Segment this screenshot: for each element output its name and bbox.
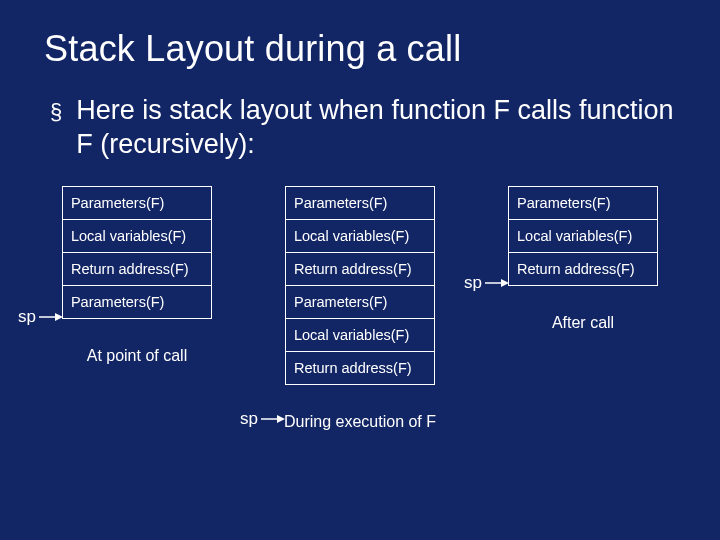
col-caption: At point of call <box>87 347 188 365</box>
svg-marker-3 <box>277 415 285 423</box>
stack-cell: Parameters(F) <box>62 186 212 220</box>
sp-label: sp <box>18 307 36 327</box>
stack-cell: Return address(F) <box>285 352 435 385</box>
stack-cell: Return address(F) <box>62 253 212 286</box>
stack-cell: Local variables(F) <box>62 220 212 253</box>
sp-pointer-2: sp <box>464 273 509 293</box>
stack-cell: Parameters(F) <box>508 186 658 220</box>
stack-cell: Return address(F) <box>285 253 435 286</box>
sp-label: sp <box>240 409 258 429</box>
diagrams-row: sp Parameters(F) Local variables(F) Retu… <box>0 186 720 431</box>
slide: Stack Layout during a call § Here is sta… <box>0 0 720 540</box>
bullet-text: Here is stack layout when function F cal… <box>76 94 676 162</box>
stack-col-after: sp Parameters(F) Local variables(F) Retu… <box>508 186 658 431</box>
sp-label: sp <box>464 273 482 293</box>
stack-col-at-call: sp Parameters(F) Local variables(F) Retu… <box>62 186 212 431</box>
stack-cell: Local variables(F) <box>508 220 658 253</box>
stack-cell: Parameters(F) <box>62 286 212 319</box>
stack-cell: Local variables(F) <box>285 220 435 253</box>
page-title: Stack Layout during a call <box>44 28 676 70</box>
stack-col-during: sp Parameters(F) Local variables(F) Retu… <box>284 186 436 431</box>
bullet-item: § Here is stack layout when function F c… <box>50 94 676 162</box>
stack-cell: Local variables(F) <box>285 319 435 352</box>
arrow-right-icon <box>39 311 63 323</box>
svg-marker-1 <box>55 313 63 321</box>
svg-marker-5 <box>501 279 509 287</box>
arrow-right-icon <box>485 277 509 289</box>
arrow-right-icon <box>261 413 285 425</box>
stack-cell: Parameters(F) <box>285 186 435 220</box>
sp-pointer-1: sp <box>240 409 285 429</box>
bullet-mark-icon: § <box>50 98 62 126</box>
stack-cell: Parameters(F) <box>285 286 435 319</box>
col-caption: After call <box>552 314 614 332</box>
col-caption: During execution of F <box>284 413 436 431</box>
stack-cell: Return address(F) <box>508 253 658 286</box>
sp-pointer-0: sp <box>18 307 63 327</box>
